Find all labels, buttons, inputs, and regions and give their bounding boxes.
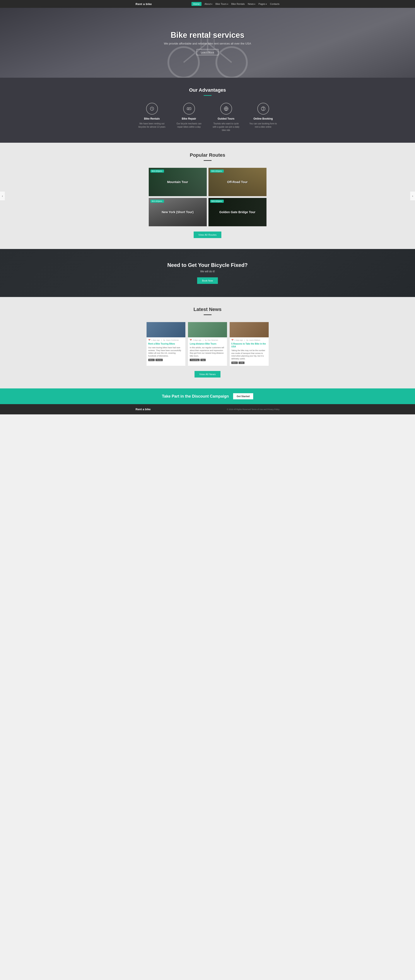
footer: Rent a bike © 2016 All Rights Reserved T… [0, 404, 415, 414]
routes-prev-button[interactable]: ‹ [0, 192, 5, 200]
nav-home[interactable]: Home [192, 2, 201, 6]
news-title: Latest News [4, 307, 411, 312]
advantages-divider [204, 95, 212, 96]
news-card-long-distance[interactable]: 📅 2 days ago | by Dan Newman Long-distan… [188, 322, 227, 366]
discount-banner: Take Part in the Discount Campaign Get S… [0, 388, 415, 404]
svg-rect-12 [187, 108, 191, 110]
news-excerpt-3: Taking the bike may not be the number on… [231, 349, 267, 360]
routes-title: Popular Routes [4, 152, 411, 158]
calendar-icon-3: 📅 [231, 339, 234, 341]
news-tag-travelling[interactable]: Travelling [190, 359, 199, 361]
news-tags-1: Bikes Rental [148, 359, 184, 361]
news-meta-long-distance: 📅 2 days ago | by Dan Newman [190, 339, 225, 341]
news-author-label-2: by [205, 339, 206, 341]
advantages-grid: Bike Rentals We have been renting out bi… [4, 103, 411, 132]
route-name-newyork: New York (Short Tour) [162, 210, 193, 214]
news-meta-5-reasons: 📅 2 days ago | by Laura Wallace [231, 339, 267, 341]
bike-rentals-desc: We have been renting out bicycles for al… [138, 122, 166, 129]
svg-point-18 [263, 110, 263, 110]
advantage-item-guided-tours: Guided Tours Tourists who want to cycle … [212, 103, 240, 132]
news-grid: 📅 1 days ago | by Joyce Contreras Rent a… [147, 322, 269, 366]
route-price-mountain: $26.00/pers. [150, 170, 164, 173]
nav-bike-tours[interactable]: Bike Tours [215, 3, 228, 5]
hero-content: Bike rental services We provide affordab… [164, 30, 251, 55]
news-image-5-reasons [230, 322, 269, 337]
news-author-1: by [163, 339, 165, 341]
news-body-touring-bikes: 📅 1 days ago | by Joyce Contreras Rent a… [147, 337, 185, 363]
get-started-button[interactable]: Get Started [233, 393, 253, 399]
news-meta-touring-bikes: 📅 1 days ago | by Joyce Contreras [148, 339, 184, 341]
route-price-newyork: $20.00/pers. [150, 200, 164, 203]
news-divider [204, 315, 212, 315]
news-section: Latest News 📅 1 days ago | by Joyce Cont… [0, 297, 415, 388]
news-tags-2: Travelling Tips [190, 359, 225, 361]
nav-about[interactable]: About [204, 3, 212, 5]
news-article-title-3[interactable]: 5 Reasons to Take the Bike in the USA [231, 342, 267, 348]
news-body-long-distance: 📅 2 days ago | by Dan Newman Long-distan… [188, 337, 227, 363]
guided-tours-icon [220, 103, 232, 115]
hero-subtitle: We provide affordable and reliable bike … [164, 42, 251, 45]
advantages-title: Our Advantages [4, 87, 411, 93]
bike-repair-desc: Our bicycle mechanic can repair bikes wi… [175, 122, 203, 129]
calendar-icon-2: 📅 [190, 339, 192, 341]
online-booking-title: Online Booking [249, 117, 277, 120]
view-all-routes-button[interactable]: View All Routes [194, 232, 222, 238]
discount-banner-text: Take Part in the Discount Campaign [162, 394, 229, 399]
news-excerpt-2: In this article, our regular customers t… [190, 346, 225, 357]
hero-learn-more-button[interactable]: Learn More [197, 49, 218, 55]
nav-bike-rentals[interactable]: Bike Rentals [231, 3, 245, 5]
route-price-goldengate: $28.00/pers. [210, 200, 224, 203]
news-tag-bikes-3[interactable]: Bikes [231, 361, 238, 364]
news-body-5-reasons: 📅 2 days ago | by Laura Wallace 5 Reason… [230, 337, 269, 366]
route-card-newyork[interactable]: New York (Short Tour) $20.00/pers. [149, 198, 207, 226]
route-name-goldengate: Golden Gate Bridge Tour [219, 210, 255, 214]
news-tag-usa[interactable]: USA [239, 361, 244, 364]
nav-logo: Rent a bike [136, 2, 152, 6]
news-image-long-distance [188, 322, 227, 337]
routes-section: ‹ Popular Routes Mountain Tour $26.00/pe… [0, 143, 415, 249]
news-article-title-2[interactable]: Long-distance Bike Tours [190, 342, 225, 345]
route-card-mountain[interactable]: Mountain Tour $26.00/pers. [149, 168, 207, 196]
news-days-ago-1: 1 days ago [151, 339, 160, 341]
news-tag-bikes-1[interactable]: Bikes [148, 359, 155, 361]
bike-repair-icon [183, 103, 195, 115]
routes-next-button[interactable]: › [410, 192, 415, 200]
book-now-button[interactable]: Book Now [197, 277, 218, 284]
news-days-ago-3: 2 days ago [234, 339, 243, 341]
nav-news[interactable]: News [248, 3, 255, 5]
route-name-offroad: Off-Road Tour [227, 180, 248, 184]
route-card-offroad[interactable]: Off-Road Tour $30.00/pers. [209, 168, 266, 196]
advantage-item-online-booking: Online Booking You can use booking form … [249, 103, 277, 132]
news-article-title-1[interactable]: Rent a Bike Touring Bikes [148, 342, 184, 345]
hero-section: Bike rental services We provide affordab… [0, 8, 415, 78]
routes-grid: Mountain Tour $26.00/pers. Off-Road Tour… [149, 168, 266, 226]
bike-repair-title: Bike Repair [175, 117, 203, 120]
bike-rentals-title: Bike Rentals [138, 117, 166, 120]
nav-pages[interactable]: Pages [258, 3, 267, 5]
news-card-5-reasons[interactable]: 📅 2 days ago | by Laura Wallace 5 Reason… [230, 322, 269, 366]
repair-cta-subtitle: We will do it! [4, 270, 411, 273]
news-author-label-3: by [246, 339, 248, 341]
advantages-section: Our Advantages Bike Rentals We have been… [0, 78, 415, 143]
guided-tours-title: Guided Tours [212, 117, 240, 120]
news-image-touring-bikes [147, 322, 185, 337]
nav-contacts[interactable]: Contacts [270, 3, 279, 5]
calendar-icon: 📅 [148, 339, 150, 341]
repair-cta-section: Need to Get Your Bicycle Fixed? We will … [0, 249, 415, 297]
guided-tours-desc: Tourists who want to cycle with a guide … [212, 122, 240, 132]
routes-divider [204, 160, 212, 161]
news-days-ago-2: 2 days ago [193, 339, 201, 341]
view-all-news-button[interactable]: View All News [195, 371, 220, 377]
route-price-offroad: $30.00/pers. [210, 170, 224, 173]
bike-rentals-icon [146, 103, 158, 115]
advantage-item-bike-rentals: Bike Rentals We have been renting out bi… [138, 103, 166, 132]
footer-logo: Rent a bike [136, 407, 151, 411]
online-booking-desc: You can use booking form to rent a bike … [249, 122, 277, 129]
route-name-mountain: Mountain Tour [167, 180, 188, 184]
news-tag-rental[interactable]: Rental [155, 359, 163, 361]
route-card-goldengate[interactable]: Golden Gate Bridge Tour $28.00/pers. [209, 198, 266, 226]
advantage-item-bike-repair: Bike Repair Our bicycle mechanic can rep… [175, 103, 203, 132]
news-tag-tips[interactable]: Tips [200, 359, 206, 361]
news-card-touring-bikes[interactable]: 📅 1 days ago | by Joyce Contreras Rent a… [147, 322, 185, 366]
news-tags-3: Bikes USA [231, 361, 267, 364]
